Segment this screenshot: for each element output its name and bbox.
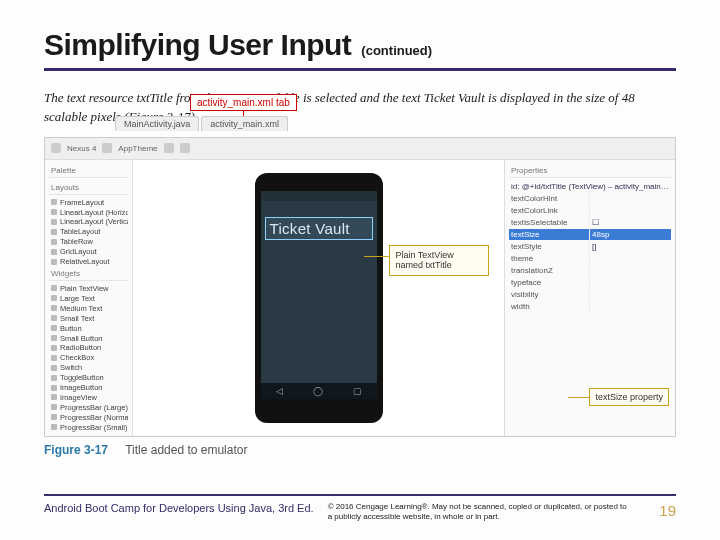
property-row[interactable]: textStyle[]	[509, 241, 671, 252]
nav-home-icon: ◯	[313, 386, 323, 396]
palette-item[interactable]: Small Button	[49, 334, 128, 343]
palette-group-widgets: Widgets	[49, 267, 128, 281]
palette-panel: Palette Layouts FrameLayout LinearLayout…	[45, 160, 133, 436]
page-subtitle: (continued)	[361, 43, 432, 58]
property-row[interactable]: textColorLink	[509, 205, 671, 216]
phone-screen: Ticket Vault Plain TextView named txtTit…	[261, 191, 377, 399]
property-row[interactable]: textColorHint	[509, 193, 671, 204]
book-title: Android Boot Camp for Developers Using J…	[44, 502, 314, 514]
toolbar-icon	[102, 143, 112, 153]
property-row-textsize[interactable]: textSize48sp	[509, 229, 671, 240]
palette-item[interactable]: ImageView	[49, 393, 128, 402]
properties-header: Properties	[509, 164, 671, 178]
palette-item[interactable]: GridLayout	[49, 247, 128, 256]
palette-header: Palette	[49, 164, 128, 178]
toolbar-icon	[51, 143, 61, 153]
property-row[interactable]: theme	[509, 253, 671, 264]
nav-bar: ◁ ◯ ▢	[261, 383, 377, 399]
toolbar-theme: AppTheme	[118, 144, 157, 153]
palette-group-layouts: Layouts	[49, 181, 128, 195]
property-row[interactable]: width	[509, 301, 671, 312]
property-row[interactable]: translationZ	[509, 265, 671, 276]
page-title: Simplifying User Input	[44, 28, 351, 62]
palette-item[interactable]: Switch	[49, 363, 128, 372]
palette-item[interactable]: FrameLayout	[49, 198, 128, 207]
toolbar-icon	[180, 143, 190, 153]
page-number: 19	[659, 502, 676, 519]
palette-item[interactable]: TableLayout	[49, 227, 128, 236]
design-canvas[interactable]: Ticket Vault Plain TextView named txtTit…	[133, 160, 505, 436]
figure-caption-text: Title added to emulator	[125, 443, 247, 457]
nav-recents-icon: ▢	[353, 386, 362, 396]
copyright-text: © 2016 Cengage Learning®. May not be sca…	[328, 502, 628, 522]
palette-item[interactable]: TableRow	[49, 237, 128, 246]
callout-textsize: textSize property	[589, 388, 669, 406]
phone-frame: Ticket Vault Plain TextView named txtTit…	[255, 173, 383, 423]
toolbar-icon	[164, 143, 174, 153]
palette-item[interactable]: ProgressBar (Large)	[49, 403, 128, 412]
status-bar	[261, 191, 377, 201]
palette-item[interactable]: ProgressBar (Small)	[49, 423, 128, 432]
textview-txt-title[interactable]: Ticket Vault	[265, 217, 373, 240]
palette-item[interactable]: LinearLayout (Horizontal)	[49, 208, 128, 217]
palette-item[interactable]: Large Text	[49, 294, 128, 303]
palette-item[interactable]: LinearLayout (Vertical)	[49, 218, 128, 227]
palette-item[interactable]: RadioButton	[49, 343, 128, 352]
palette-item[interactable]: Small Text	[49, 314, 128, 323]
ide-screenshot: activity_main.xml tab MainActivity.java …	[44, 137, 676, 437]
title-rule	[44, 68, 676, 71]
tab-main-activity[interactable]: MainActivity.java	[115, 116, 199, 131]
designer-toolbar: Nexus 4 AppTheme	[45, 138, 675, 160]
palette-item[interactable]: ImageButton	[49, 383, 128, 392]
component-path: id: @+id/txtTitle (TextView) – activity_…	[509, 181, 671, 192]
palette-item[interactable]: CheckBox	[49, 353, 128, 362]
callout-textview: Plain TextView named txtTitle	[389, 245, 489, 277]
palette-item[interactable]: ProgressBar (Normal)	[49, 413, 128, 422]
palette-item[interactable]: Button	[49, 324, 128, 333]
editor-tabs: MainActivity.java activity_main.xml	[115, 116, 288, 131]
footer-rule	[44, 494, 676, 496]
callout-tab: activity_main.xml tab	[190, 94, 297, 111]
palette-item[interactable]: ToggleButton	[49, 373, 128, 382]
nav-back-icon: ◁	[276, 386, 283, 396]
palette-item[interactable]: RelativeLayout	[49, 257, 128, 266]
palette-item[interactable]: Plain TextView	[49, 284, 128, 293]
tab-activity-main-xml[interactable]: activity_main.xml	[201, 116, 288, 131]
figure-caption: Figure 3-17 Title added to emulator	[44, 443, 676, 457]
palette-item[interactable]: Medium Text	[49, 304, 128, 313]
figure: activity_main.xml tab MainActivity.java …	[44, 137, 676, 457]
property-row[interactable]: typeface	[509, 277, 671, 288]
toolbar-device: Nexus 4	[67, 144, 96, 153]
property-row[interactable]: visibility	[509, 289, 671, 300]
property-row[interactable]: textIsSelectable☐	[509, 217, 671, 228]
slide-footer: Android Boot Camp for Developers Using J…	[44, 494, 676, 522]
figure-number: Figure 3-17	[44, 443, 108, 457]
